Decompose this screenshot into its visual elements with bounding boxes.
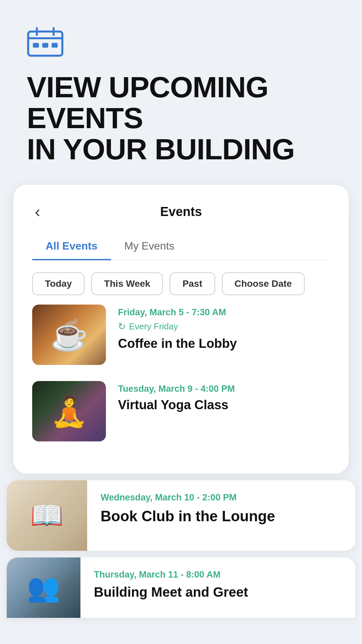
svg-rect-5 — [42, 43, 48, 48]
recurring-icon: ↻ — [118, 321, 126, 332]
event-date: Friday, March 5 - 7:30 AM — [118, 307, 330, 318]
app-title: Events — [160, 205, 202, 219]
tab-my-events[interactable]: My Events — [111, 233, 188, 260]
meetgreet-image-placeholder: 👥 — [7, 557, 80, 618]
back-button[interactable]: ‹ — [32, 201, 43, 222]
filter-row: Today This Week Past Choose Date — [13, 260, 349, 305]
event-image-yoga — [32, 381, 106, 441]
svg-rect-4 — [33, 43, 39, 48]
tabs-row: All Events My Events — [32, 233, 330, 260]
list-item[interactable]: 👥 Thursday, March 11 - 8:00 AM Building … — [7, 557, 355, 618]
event-info-yoga: Tuesday, March 9 - 4:00 PM Virtual Yoga … — [118, 381, 330, 413]
event-date: Wednesday, March 10 - 2:00 PM — [101, 492, 342, 503]
coffee-image-placeholder — [32, 305, 106, 365]
filter-choose-date[interactable]: Choose Date — [222, 272, 305, 295]
calendar-icon — [27, 27, 64, 57]
event-name: Coffee in the Lobby — [118, 336, 330, 352]
list-item[interactable]: Tuesday, March 9 - 4:00 PM Virtual Yoga … — [32, 381, 330, 441]
filter-past[interactable]: Past — [170, 272, 215, 295]
hero-section: VIEW UPCOMING EVENTS IN YOUR BUILDING — [0, 0, 362, 185]
event-info-bookclub: Wednesday, March 10 - 2:00 PM Book Club … — [87, 480, 355, 551]
event-info-meetgreet: Thursday, March 11 - 8:00 AM Building Me… — [80, 557, 355, 618]
list-item[interactable]: 📖 Wednesday, March 10 - 2:00 PM Book Clu… — [7, 480, 355, 551]
events-list: Friday, March 5 - 7:30 AM ↻ Every Friday… — [13, 305, 349, 474]
cards-below: 📖 Wednesday, March 10 - 2:00 PM Book Clu… — [0, 480, 362, 618]
event-image-coffee — [32, 305, 106, 365]
yoga-image-placeholder — [32, 381, 106, 441]
event-info-coffee: Friday, March 5 - 7:30 AM ↻ Every Friday… — [118, 305, 330, 352]
filter-today[interactable]: Today — [32, 272, 84, 295]
hero-title: VIEW UPCOMING EVENTS IN YOUR BUILDING — [27, 72, 335, 165]
event-name: Virtual Yoga Class — [118, 397, 330, 413]
tab-all-events[interactable]: All Events — [32, 233, 111, 260]
app-card: ‹ Events All Events My Events Today This… — [13, 185, 349, 474]
event-date: Tuesday, March 9 - 4:00 PM — [118, 384, 330, 394]
event-image-meetgreet: 👥 — [7, 557, 80, 618]
filter-this-week[interactable]: This Week — [91, 272, 163, 295]
event-image-bookclub: 📖 — [7, 480, 87, 551]
svg-rect-6 — [52, 43, 58, 48]
list-item[interactable]: Friday, March 5 - 7:30 AM ↻ Every Friday… — [32, 305, 330, 365]
event-date: Thursday, March 11 - 8:00 AM — [94, 570, 342, 580]
event-name: Building Meet and Greet — [94, 585, 342, 600]
event-recurring: ↻ Every Friday — [118, 321, 330, 332]
book-image-placeholder: 📖 — [7, 480, 87, 551]
app-header: ‹ Events — [13, 185, 349, 233]
event-name: Book Club in the Lounge — [101, 507, 342, 525]
recurring-label: Every Friday — [129, 321, 178, 332]
